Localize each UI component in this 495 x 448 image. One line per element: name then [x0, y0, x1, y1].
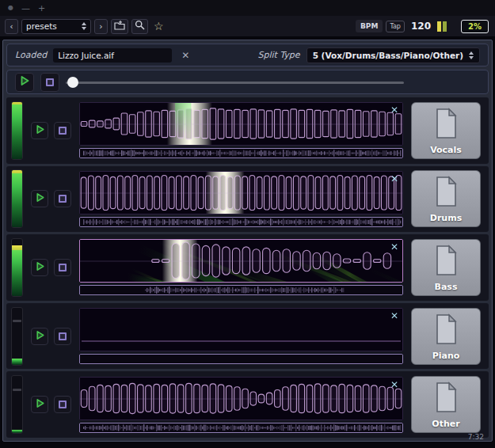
window-minimize-control[interactable]: —	[21, 4, 30, 13]
loaded-label: Loaded	[15, 50, 47, 60]
waveform-display[interactable]: ✕	[79, 102, 403, 146]
track-buttons	[28, 122, 74, 139]
stem-file-button[interactable]: Vocals	[411, 102, 481, 159]
preset-toolbar: ‹ presets › ☆ BPM Tap 120 2%	[0, 16, 495, 37]
play-icon	[35, 261, 45, 274]
level-bars-icon	[437, 21, 447, 32]
waveform-display[interactable]: ✕	[79, 239, 403, 283]
loaded-file-name: Lizzo Juice.aif	[58, 51, 114, 60]
time-display: 7:32	[468, 433, 484, 441]
position-slider[interactable]	[66, 73, 404, 92]
track-list: ✕ Vocals	[6, 97, 489, 438]
track-play-button[interactable]	[31, 259, 48, 276]
track-row-piano: ✕ Piano	[6, 303, 489, 370]
track-play-button[interactable]	[31, 190, 48, 207]
preset-next-button[interactable]: ›	[94, 19, 108, 34]
window-close-control[interactable]: ●	[8, 5, 13, 11]
play-icon	[35, 398, 45, 411]
chevron-right-icon: ›	[99, 21, 102, 32]
waveform-canvas	[80, 378, 402, 420]
close-track-button[interactable]: ✕	[389, 240, 400, 254]
track-buttons	[28, 328, 74, 345]
tap-tempo-button[interactable]: Tap	[386, 21, 405, 32]
track-stop-button[interactable]	[54, 396, 71, 413]
stem-file-cell: Drums	[408, 170, 484, 227]
track-stop-button[interactable]	[54, 122, 71, 139]
play-icon	[35, 124, 45, 137]
meter-fill	[12, 104, 22, 158]
close-track-button[interactable]: ✕	[389, 309, 400, 323]
stem-label: Piano	[412, 351, 480, 361]
waveform-block: ✕	[79, 102, 403, 158]
stop-icon	[59, 264, 67, 271]
favorite-button[interactable]: ☆	[151, 19, 166, 34]
track-play-button[interactable]	[31, 122, 48, 139]
stem-file-button[interactable]: Other	[411, 376, 481, 433]
folder-plus-icon	[114, 20, 125, 32]
stem-file-button[interactable]: Piano	[411, 308, 481, 365]
close-track-button[interactable]: ✕	[389, 103, 400, 117]
stem-file-button[interactable]: Drums	[411, 170, 481, 227]
stop-icon	[59, 195, 67, 203]
close-track-button[interactable]: ✕	[389, 172, 400, 186]
meter-fill	[12, 359, 22, 364]
waveform-display[interactable]: ✕	[79, 377, 403, 420]
waveform-canvas	[80, 309, 402, 351]
chevron-left-icon: ‹	[10, 21, 13, 32]
app-window: ● — + ‹ presets › ☆ BPM Tap 120 2% Load	[0, 0, 495, 442]
split-type-value: 5 (Vox/Drums/Bass/Piano/Other)	[313, 51, 463, 60]
preset-value: presets	[26, 21, 78, 31]
meter-fill	[12, 173, 22, 227]
titlebar: ● — +	[0, 0, 495, 16]
stop-icon	[59, 401, 67, 408]
meter-peak	[12, 169, 22, 173]
clear-file-button[interactable]: ✕	[178, 50, 192, 61]
play-icon	[35, 330, 45, 343]
stem-file-cell: Bass	[408, 239, 484, 296]
track-stop-button[interactable]	[54, 259, 71, 276]
level-meter	[11, 238, 23, 297]
slider-thumb[interactable]	[67, 77, 78, 88]
waveform-minimap[interactable]	[79, 354, 403, 364]
track-stop-button[interactable]	[54, 190, 71, 207]
master-stop-button[interactable]	[40, 73, 59, 92]
transport-bar	[6, 70, 489, 94]
track-play-button[interactable]	[31, 328, 48, 345]
track-stop-button[interactable]	[54, 328, 71, 345]
preset-selector[interactable]: presets	[21, 19, 91, 34]
waveform-minimap[interactable]	[79, 285, 403, 295]
track-row-bass: ✕ Bass	[6, 234, 489, 301]
waveform-block: ✕	[79, 171, 403, 227]
waveform-canvas	[80, 103, 402, 145]
waveform-display[interactable]: ✕	[79, 308, 403, 351]
file-icon	[432, 313, 459, 348]
waveform-display[interactable]: ✕	[79, 171, 403, 215]
waveform-minimap[interactable]	[79, 217, 403, 227]
stop-icon	[46, 78, 54, 86]
stem-file-cell: Other	[408, 376, 484, 433]
slider-track	[66, 82, 404, 84]
meter-peak	[12, 245, 22, 250]
stem-label: Bass	[412, 282, 480, 292]
main-panel: Loaded Lizzo Juice.aif ✕ Split Type 5 (V…	[2, 40, 493, 442]
dropdown-arrows-icon	[82, 22, 86, 30]
level-meter	[11, 375, 23, 434]
close-track-button[interactable]: ✕	[389, 378, 400, 392]
close-icon: ✕	[181, 50, 189, 61]
split-type-selector[interactable]: 5 (Vox/Drums/Bass/Piano/Other)	[307, 47, 480, 63]
window-zoom-control[interactable]: +	[38, 4, 45, 13]
waveform-minimap[interactable]	[79, 423, 403, 433]
track-play-button[interactable]	[31, 396, 48, 413]
waveform-minimap[interactable]	[79, 148, 403, 158]
loaded-file-field[interactable]: Lizzo Juice.aif	[53, 48, 172, 63]
stem-file-button[interactable]: Bass	[411, 239, 481, 296]
minimap-canvas	[80, 218, 402, 226]
master-play-button[interactable]	[15, 73, 34, 92]
play-icon	[19, 75, 30, 89]
file-icon	[432, 175, 459, 211]
save-preset-button[interactable]	[111, 19, 128, 34]
waveform-block: ✕	[79, 308, 403, 364]
preset-prev-button[interactable]: ‹	[5, 19, 18, 34]
search-button[interactable]	[131, 19, 148, 34]
stem-label: Other	[412, 419, 480, 429]
